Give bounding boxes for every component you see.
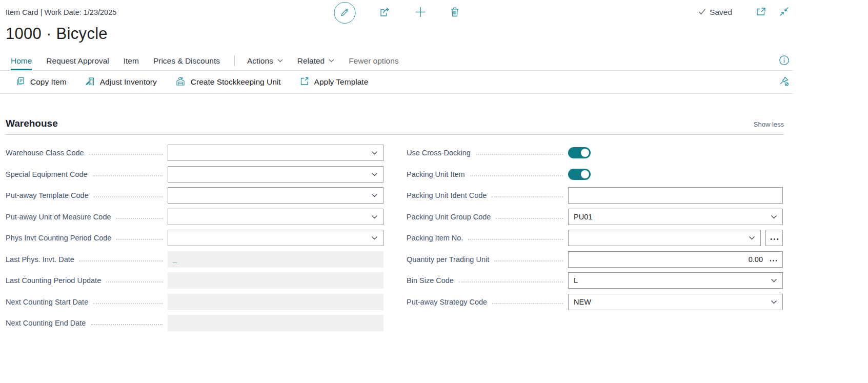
window-controls: Saved xyxy=(698,6,790,18)
open-in-window-icon xyxy=(756,7,766,18)
dotted-leader xyxy=(494,260,563,261)
create-stockkeeping-unit-icon xyxy=(175,76,186,88)
field-row-put-away-template-code: Put-away Template Code xyxy=(6,187,383,204)
edit-button[interactable] xyxy=(334,2,356,24)
warehouse-fields: Warehouse Class Code Special Equipment C… xyxy=(6,145,784,331)
copy-item-button[interactable]: Copy Item xyxy=(15,76,67,88)
top-command-bar: Item Card | Work Date: 1/23/2025 xyxy=(0,0,794,25)
dotted-leader xyxy=(459,281,563,283)
chevron-down-icon[interactable] xyxy=(771,215,777,219)
fewer-options-button[interactable]: Fewer options xyxy=(349,51,398,70)
dotted-leader xyxy=(79,260,163,261)
dotted-leader xyxy=(93,303,163,304)
bin-size-code-dropdown[interactable]: L xyxy=(568,272,783,289)
open-in-window-button[interactable] xyxy=(756,7,766,18)
chevron-down-icon[interactable] xyxy=(371,172,378,176)
tab-divider xyxy=(234,55,235,66)
quantity-per-trading-unit-input[interactable]: 0.00 xyxy=(568,251,783,268)
dotted-leader xyxy=(106,281,163,283)
next-counting-start-date-field xyxy=(168,294,383,310)
dotted-leader xyxy=(476,154,563,155)
chevron-down-icon[interactable] xyxy=(371,215,378,219)
chevron-down-icon xyxy=(329,59,334,63)
packing-unit-ident-code-input[interactable] xyxy=(568,187,783,204)
action-bar: Copy Item Adjust Inventory Create St xyxy=(0,71,794,94)
copy-item-icon xyxy=(15,76,25,88)
apply-template-button[interactable]: Apply Template xyxy=(299,76,369,88)
toggle-knob xyxy=(581,149,589,157)
delete-icon xyxy=(450,7,460,19)
tab-item[interactable]: Item xyxy=(124,51,139,70)
menu-actions[interactable]: Actions xyxy=(247,51,283,70)
menu-related[interactable]: Related xyxy=(297,51,334,70)
dotted-leader xyxy=(94,196,163,197)
ellipsis-icon[interactable] xyxy=(770,255,777,264)
tab-prices-discounts[interactable]: Prices & Discounts xyxy=(153,51,220,70)
dotted-leader xyxy=(496,218,563,219)
chevron-down-icon[interactable] xyxy=(371,151,378,155)
chevron-down-icon[interactable] xyxy=(771,300,777,304)
share-button[interactable] xyxy=(379,7,391,19)
last-phys-invt-date-field: _ xyxy=(168,251,383,268)
chevron-down-icon[interactable] xyxy=(371,236,378,240)
toggle-knob xyxy=(581,170,589,178)
chevron-down-icon[interactable] xyxy=(749,236,755,240)
special-equipment-code-dropdown[interactable] xyxy=(168,166,383,183)
delete-button[interactable] xyxy=(450,7,460,19)
new-icon xyxy=(415,6,427,19)
save-status: Saved xyxy=(698,8,732,17)
dotted-leader xyxy=(93,175,163,176)
put-away-unit-of-measure-code-dropdown[interactable] xyxy=(168,209,383,225)
field-row-next-counting-end-date: Next Counting End Date xyxy=(6,315,383,331)
packing-unit-group-code-dropdown[interactable]: PU01 xyxy=(568,209,783,225)
use-cross-docking-toggle[interactable] xyxy=(568,147,591,158)
ellipsis-icon xyxy=(770,234,779,242)
packing-unit-item-toggle[interactable] xyxy=(568,169,591,180)
tab-home[interactable]: Home xyxy=(11,51,32,70)
check-icon xyxy=(698,8,706,17)
adjust-inventory-icon xyxy=(85,76,95,88)
last-counting-period-update-field xyxy=(168,272,383,289)
record-toolbar xyxy=(334,2,460,24)
show-less-link[interactable]: Show less xyxy=(754,120,784,128)
dotted-leader xyxy=(89,154,163,155)
field-row-put-away-strategy-code: Put-away Strategy Code NEW xyxy=(407,294,783,310)
field-row-phys-invt-counting-period-code: Phys Invt Counting Period Code xyxy=(6,230,383,246)
page-title: 1000 · Bicycle xyxy=(0,25,794,51)
packing-item-no-dropdown[interactable] xyxy=(568,230,761,246)
dotted-leader xyxy=(492,303,563,304)
dotted-leader xyxy=(116,239,163,240)
field-row-packing-unit-item: Packing Unit Item xyxy=(407,166,783,183)
adjust-inventory-button[interactable]: Adjust Inventory xyxy=(85,76,157,88)
phys-invt-counting-period-code-dropdown[interactable] xyxy=(168,230,383,246)
field-row-packing-unit-ident-code: Packing Unit Ident Code xyxy=(407,187,783,204)
field-row-last-counting-period-update: Last Counting Period Update xyxy=(6,272,383,289)
put-away-strategy-code-dropdown[interactable]: NEW xyxy=(568,294,783,310)
field-row-last-phys-invt-date: Last Phys. Invt. Date _ xyxy=(6,251,383,268)
info-icon xyxy=(779,55,790,67)
new-button[interactable] xyxy=(415,6,427,19)
dotted-leader xyxy=(91,324,163,325)
field-row-packing-item-no: Packing Item No. xyxy=(407,230,783,246)
field-row-next-counting-start-date: Next Counting Start Date xyxy=(6,294,383,310)
tab-request-approval[interactable]: Request Approval xyxy=(46,51,109,70)
put-away-template-code-dropdown[interactable] xyxy=(168,187,383,204)
section-title: Warehouse xyxy=(6,118,58,129)
fields-column-right: Use Cross-Docking Packing Unit Item Pack… xyxy=(407,145,783,331)
create-stockkeeping-unit-button[interactable]: Create Stockkeeping Unit xyxy=(175,76,281,88)
warehouse-class-code-dropdown[interactable] xyxy=(168,145,383,161)
unpin-button[interactable] xyxy=(779,76,790,88)
packing-item-no-assist-button[interactable] xyxy=(765,230,783,246)
fields-column-left: Warehouse Class Code Special Equipment C… xyxy=(6,145,383,331)
minimize-button[interactable] xyxy=(779,6,790,18)
dotted-leader xyxy=(470,175,563,176)
minimize-icon xyxy=(779,6,790,18)
chevron-down-icon[interactable] xyxy=(371,193,378,197)
warehouse-section-header: Warehouse Show less xyxy=(6,118,784,135)
info-button[interactable] xyxy=(779,55,790,67)
chevron-down-icon[interactable] xyxy=(771,278,777,283)
field-row-put-away-unit-of-measure-code: Put-away Unit of Measure Code xyxy=(6,209,383,225)
dotted-leader xyxy=(116,218,163,219)
field-row-bin-size-code: Bin Size Code L xyxy=(407,272,783,289)
dotted-leader xyxy=(492,196,563,197)
